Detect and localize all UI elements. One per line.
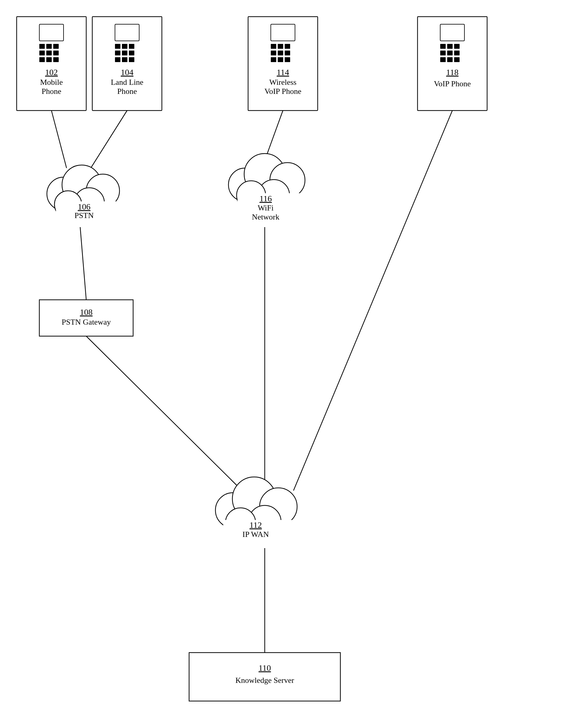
svg-rect-34 bbox=[278, 44, 283, 49]
svg-rect-28 bbox=[129, 51, 134, 55]
svg-rect-12 bbox=[39, 24, 63, 41]
svg-text:102: 102 bbox=[45, 68, 58, 77]
svg-rect-22 bbox=[115, 24, 139, 41]
svg-rect-38 bbox=[285, 51, 290, 55]
svg-rect-45 bbox=[454, 44, 460, 49]
svg-text:Phone: Phone bbox=[117, 87, 137, 96]
svg-line-0 bbox=[51, 110, 66, 168]
svg-line-6 bbox=[294, 110, 452, 491]
svg-rect-30 bbox=[122, 57, 128, 62]
svg-rect-16 bbox=[39, 51, 45, 55]
svg-rect-50 bbox=[447, 57, 452, 62]
svg-text:118: 118 bbox=[446, 68, 459, 77]
svg-rect-36 bbox=[271, 51, 276, 55]
svg-rect-15 bbox=[53, 44, 59, 49]
svg-rect-43 bbox=[440, 44, 446, 49]
svg-rect-19 bbox=[39, 57, 45, 62]
svg-rect-37 bbox=[278, 51, 283, 55]
svg-rect-47 bbox=[447, 51, 452, 55]
svg-rect-26 bbox=[115, 51, 120, 55]
svg-rect-14 bbox=[46, 44, 52, 49]
svg-text:110: 110 bbox=[259, 663, 271, 673]
svg-text:116: 116 bbox=[259, 194, 272, 203]
svg-rect-18 bbox=[53, 51, 59, 55]
connections-svg: 102 Mobile Phone 104 Land Line Phone 114… bbox=[0, 0, 580, 728]
svg-rect-39 bbox=[271, 57, 276, 62]
svg-text:Wireless: Wireless bbox=[269, 78, 297, 86]
svg-rect-23 bbox=[115, 44, 120, 49]
svg-text:Mobile: Mobile bbox=[40, 78, 63, 86]
svg-text:VoIP Phone: VoIP Phone bbox=[265, 87, 301, 96]
svg-text:WiFi: WiFi bbox=[258, 204, 274, 212]
svg-text:Land Line: Land Line bbox=[111, 78, 143, 86]
svg-text:Knowledge Server: Knowledge Server bbox=[236, 676, 295, 685]
svg-text:PSTN Gateway: PSTN Gateway bbox=[62, 318, 111, 327]
svg-text:Phone: Phone bbox=[42, 87, 61, 96]
svg-text:108: 108 bbox=[80, 307, 92, 317]
svg-line-2 bbox=[80, 227, 86, 300]
svg-rect-20 bbox=[46, 57, 52, 62]
svg-rect-41 bbox=[285, 57, 290, 62]
svg-rect-24 bbox=[122, 44, 128, 49]
svg-rect-49 bbox=[440, 57, 446, 62]
svg-rect-40 bbox=[278, 57, 283, 62]
svg-rect-13 bbox=[39, 44, 45, 49]
svg-text:104: 104 bbox=[121, 68, 133, 77]
svg-rect-17 bbox=[46, 51, 52, 55]
svg-line-3 bbox=[86, 336, 242, 491]
svg-text:VoIP Phone: VoIP Phone bbox=[434, 79, 471, 88]
svg-text:IP WAN: IP WAN bbox=[242, 530, 269, 539]
svg-rect-42 bbox=[440, 24, 464, 41]
svg-text:112: 112 bbox=[250, 520, 262, 530]
svg-text:Network: Network bbox=[252, 213, 280, 222]
svg-line-1 bbox=[91, 110, 127, 168]
svg-rect-31 bbox=[129, 57, 134, 62]
svg-rect-51 bbox=[454, 57, 460, 62]
svg-rect-29 bbox=[115, 57, 120, 62]
svg-rect-27 bbox=[122, 51, 128, 55]
svg-rect-33 bbox=[271, 44, 276, 49]
svg-rect-44 bbox=[447, 44, 452, 49]
svg-text:PSTN: PSTN bbox=[75, 211, 94, 220]
svg-rect-48 bbox=[454, 51, 460, 55]
svg-rect-35 bbox=[285, 44, 290, 49]
svg-rect-32 bbox=[271, 24, 295, 41]
svg-text:114: 114 bbox=[277, 68, 289, 77]
diagram: 102 Mobile Phone 104 Land Line Phone 114… bbox=[0, 0, 580, 728]
svg-rect-46 bbox=[440, 51, 446, 55]
svg-rect-21 bbox=[53, 57, 59, 62]
svg-text:106: 106 bbox=[78, 202, 90, 211]
svg-line-4 bbox=[265, 110, 283, 160]
svg-rect-25 bbox=[129, 44, 134, 49]
